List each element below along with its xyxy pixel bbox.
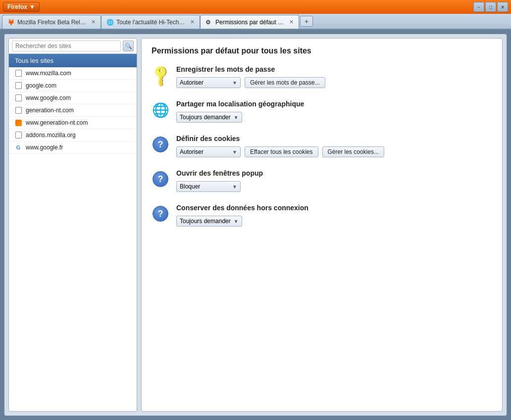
perm-action-btn-p3-1[interactable]: Gérer les cookies... [322, 146, 384, 157]
question-icon: ? [153, 171, 168, 187]
all-sites-label: Tous les sites [15, 57, 53, 64]
dropdown-value: Bloquer [180, 183, 200, 190]
perm-title-p3: Définir des cookies [176, 135, 492, 142]
maximize-button[interactable]: □ [485, 2, 496, 12]
site-name: generation-nt.com [26, 107, 74, 114]
perm-action-btn-p3-0[interactable]: Effacer tous les cookies [245, 146, 318, 157]
dropdown-arrow: ▼ [232, 149, 237, 155]
tab-label-permissions: Permissions par défaut pour tous les sit… [215, 19, 284, 26]
permission-section-p4: ?Ouvrir des fenêtres popupBloquer▼ [152, 169, 492, 192]
perm-content-p4: Ouvrir des fenêtres popupBloquer▼ [176, 169, 492, 192]
site-name: www.generation-nt.com [26, 119, 88, 126]
close-button[interactable]: ✕ [497, 2, 508, 12]
perm-icon-question: ? [152, 205, 169, 223]
permission-section-p3: ?Définir des cookiesAutoriser▼Effacer to… [152, 135, 492, 157]
perm-title-p1: Enregistrer les mots de passe [176, 65, 492, 73]
perm-content-p5: Conserver des données hors connexionTouj… [176, 204, 492, 227]
dropdown-value: Autoriser [180, 148, 204, 155]
site-favicon [15, 70, 22, 77]
minimize-button[interactable]: − [473, 2, 484, 12]
site-name: google.com [26, 82, 56, 89]
perm-content-p1: Enregistrer les mots de passeAutoriser▼G… [176, 65, 492, 88]
question-icon: ? [153, 137, 168, 152]
site-favicon [15, 107, 22, 114]
dropdown-arrow: ▼ [234, 219, 239, 224]
new-tab-button[interactable]: + [300, 16, 313, 27]
tab-mozilla-notes[interactable]: 🦊 Mozilla Firefox Beta Release Notes ✕ [2, 15, 101, 29]
perm-icon-question: ? [152, 136, 169, 153]
dropdown-value: Toujours demander [180, 218, 231, 225]
perm-title-p5: Conserver des données hors connexion [176, 204, 492, 212]
perm-controls-p1: Autoriser▼Gérer les mots de passe... [176, 77, 492, 88]
site-favicon [15, 119, 22, 126]
tab-bar: 🦊 Mozilla Firefox Beta Release Notes ✕ 🌐… [0, 14, 511, 30]
right-panel: Permissions par défaut pour tous les sit… [141, 38, 503, 412]
dropdown-value: Toujours demander [180, 114, 231, 121]
firefox-arrow: ▼ [29, 3, 35, 10]
perm-dropdown-p2[interactable]: Toujours demander▼ [176, 112, 242, 123]
perm-action-btn-p1-0[interactable]: Gérer les mots de passe... [245, 77, 325, 88]
tab-gnt[interactable]: 🌐 Toute l'actualité Hi-Tech avec GNT : I… [101, 15, 200, 29]
browser-content: 🔍 Tous les sites www.mozilla.comgoogle.c… [4, 34, 507, 416]
search-input[interactable] [12, 41, 121, 51]
question-icon: ? [153, 206, 168, 222]
dropdown-arrow: ▼ [234, 115, 239, 120]
left-panel: 🔍 Tous les sites www.mozilla.comgoogle.c… [8, 38, 137, 412]
tab-close-gnt[interactable]: ✕ [190, 19, 195, 25]
firefox-label: Firefox [7, 3, 27, 10]
site-name: www.mozilla.com [26, 70, 71, 77]
site-favicon: G [15, 144, 22, 151]
site-item[interactable]: www.generation-nt.com [9, 117, 137, 129]
title-bar: Firefox ▼ − □ ✕ [0, 0, 511, 14]
perm-controls-p2: Toujours demander▼ [176, 112, 492, 123]
main-window: 🔍 Tous les sites www.mozilla.comgoogle.c… [4, 34, 507, 416]
site-item[interactable]: addons.mozilla.org [9, 129, 137, 141]
perm-dropdown-p3[interactable]: Autoriser▼ [176, 146, 241, 157]
site-item[interactable]: www.mozilla.com [9, 67, 137, 80]
site-favicon [15, 82, 22, 89]
dropdown-arrow: ▼ [232, 184, 237, 189]
search-bar: 🔍 [9, 39, 137, 54]
permission-section-p2: 🌐Partager ma localisation géographiqueTo… [152, 100, 492, 123]
tab-icon-gnt: 🌐 [106, 19, 113, 26]
perm-content-p2: Partager ma localisation géographiqueTou… [176, 100, 492, 123]
perm-dropdown-p1[interactable]: Autoriser▼ [176, 77, 241, 88]
perm-controls-p5: Toujours demander▼ [176, 216, 492, 227]
perm-controls-p4: Bloquer▼ [176, 181, 492, 192]
tab-icon-permissions: ⚙ [205, 19, 212, 26]
tab-close-permissions[interactable]: ✕ [289, 19, 294, 25]
tab-icon-mozilla: 🦊 [7, 19, 14, 26]
dropdown-arrow: ▼ [232, 80, 237, 86]
site-item[interactable]: www.google.com [9, 92, 137, 104]
perm-title-p2: Partager ma localisation géographique [176, 100, 492, 108]
permission-section-p5: ?Conserver des données hors connexionTou… [152, 204, 492, 227]
perm-dropdown-p5[interactable]: Toujours demander▼ [176, 216, 242, 227]
perm-controls-p3: Autoriser▼Effacer tous les cookiesGérer … [176, 146, 492, 157]
permissions-container: 🔑Enregistrer les mots de passeAutoriser▼… [152, 65, 492, 227]
perm-icon-question: ? [152, 170, 169, 188]
site-favicon [15, 132, 22, 139]
site-favicon [15, 94, 22, 101]
site-list: www.mozilla.comgoogle.comwww.google.comg… [9, 67, 137, 411]
perm-title-p4: Ouvrir des fenêtres popup [176, 169, 492, 177]
permission-section-p1: 🔑Enregistrer les mots de passeAutoriser▼… [152, 65, 492, 88]
site-name: www.google.com [26, 94, 71, 101]
all-sites-row[interactable]: Tous les sites [9, 54, 137, 67]
tab-permissions[interactable]: ⚙ Permissions par défaut pour tous les s… [200, 15, 299, 29]
perm-dropdown-p4[interactable]: Bloquer▼ [176, 181, 241, 192]
perm-content-p3: Définir des cookiesAutoriser▼Effacer tou… [176, 135, 492, 157]
page-title: Permissions par défaut pour tous les sit… [152, 47, 492, 55]
tab-close-mozilla[interactable]: ✕ [91, 19, 96, 25]
site-item[interactable]: Gwww.google.fr [9, 141, 137, 154]
site-name: addons.mozilla.org [26, 132, 76, 139]
site-item[interactable]: google.com [9, 80, 137, 92]
tab-label-mozilla: Mozilla Firefox Beta Release Notes [17, 19, 86, 26]
site-name: www.google.fr [26, 144, 63, 151]
tab-label-gnt: Toute l'actualité Hi-Tech avec GNT : I..… [116, 19, 185, 26]
window-controls: − □ ✕ [473, 2, 508, 12]
perm-icon-globe: 🌐 [152, 101, 169, 119]
site-item[interactable]: generation-nt.com [9, 104, 137, 117]
search-button[interactable]: 🔍 [123, 41, 134, 51]
firefox-menu-button[interactable]: Firefox ▼ [3, 2, 40, 12]
perm-icon-key: 🔑 [152, 66, 169, 84]
